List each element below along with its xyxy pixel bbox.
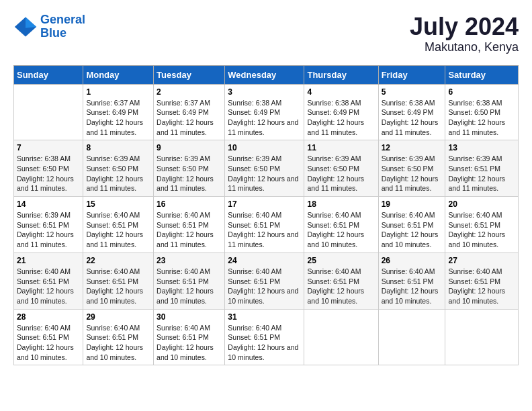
calendar-table: Sunday Monday Tuesday Wednesday Thursday… bbox=[13, 65, 519, 366]
day-info: Sunrise: 6:40 AMSunset: 6:51 PMDaylight:… bbox=[157, 210, 222, 250]
table-row bbox=[304, 309, 378, 365]
day-number: 23 bbox=[157, 256, 222, 265]
logo: General Blue bbox=[13, 13, 85, 40]
table-row: 2 Sunrise: 6:37 AMSunset: 6:49 PMDayligh… bbox=[154, 84, 225, 140]
day-info: Sunrise: 6:38 AMSunset: 6:49 PMDaylight:… bbox=[382, 98, 443, 138]
calendar-week-row: 28 Sunrise: 6:40 AMSunset: 6:51 PMDaylig… bbox=[14, 309, 519, 365]
table-row: 26 Sunrise: 6:40 AMSunset: 6:51 PMDaylig… bbox=[378, 253, 445, 309]
calendar-header-row: Sunday Monday Tuesday Wednesday Thursday… bbox=[14, 65, 519, 84]
logo-text: General Blue bbox=[40, 13, 85, 40]
table-row: 8 Sunrise: 6:39 AMSunset: 6:50 PMDayligh… bbox=[83, 140, 154, 197]
day-number: 26 bbox=[382, 256, 443, 265]
svg-marker-1 bbox=[26, 17, 36, 28]
day-number: 2 bbox=[157, 87, 222, 97]
day-number: 6 bbox=[448, 87, 515, 97]
day-info: Sunrise: 6:38 AMSunset: 6:50 PMDaylight:… bbox=[17, 154, 80, 193]
table-row: 28 Sunrise: 6:40 AMSunset: 6:51 PMDaylig… bbox=[14, 309, 83, 365]
calendar-week-row: 14 Sunrise: 6:39 AMSunset: 6:51 PMDaylig… bbox=[14, 197, 519, 253]
table-row: 7 Sunrise: 6:38 AMSunset: 6:50 PMDayligh… bbox=[14, 140, 83, 197]
day-info: Sunrise: 6:40 AMSunset: 6:51 PMDaylight:… bbox=[307, 210, 375, 250]
table-row: 16 Sunrise: 6:40 AMSunset: 6:51 PMDaylig… bbox=[154, 197, 225, 253]
col-saturday: Saturday bbox=[445, 65, 519, 84]
page-header: General Blue July 2024 Makutano, Kenya bbox=[13, 13, 519, 54]
table-row bbox=[14, 84, 83, 140]
day-info: Sunrise: 6:39 AMSunset: 6:50 PMDaylight:… bbox=[228, 154, 301, 193]
table-row: 9 Sunrise: 6:39 AMSunset: 6:50 PMDayligh… bbox=[154, 140, 225, 197]
day-number: 9 bbox=[157, 143, 222, 152]
col-tuesday: Tuesday bbox=[154, 65, 225, 84]
title-block: July 2024 Makutano, Kenya bbox=[410, 13, 519, 54]
day-number: 30 bbox=[157, 312, 222, 322]
day-number: 12 bbox=[382, 143, 443, 152]
table-row: 19 Sunrise: 6:40 AMSunset: 6:51 PMDaylig… bbox=[378, 197, 445, 253]
day-number: 21 bbox=[17, 256, 80, 265]
day-number: 15 bbox=[86, 199, 150, 209]
day-info: Sunrise: 6:40 AMSunset: 6:51 PMDaylight:… bbox=[86, 323, 150, 363]
day-info: Sunrise: 6:40 AMSunset: 6:51 PMDaylight:… bbox=[448, 267, 515, 306]
day-info: Sunrise: 6:40 AMSunset: 6:51 PMDaylight:… bbox=[17, 267, 80, 306]
day-info: Sunrise: 6:40 AMSunset: 6:51 PMDaylight:… bbox=[157, 267, 222, 306]
table-row bbox=[445, 309, 519, 365]
day-info: Sunrise: 6:40 AMSunset: 6:51 PMDaylight:… bbox=[228, 210, 301, 250]
day-info: Sunrise: 6:38 AMSunset: 6:50 PMDaylight:… bbox=[448, 98, 515, 138]
table-row: 25 Sunrise: 6:40 AMSunset: 6:51 PMDaylig… bbox=[304, 253, 378, 309]
day-info: Sunrise: 6:40 AMSunset: 6:51 PMDaylight:… bbox=[86, 267, 150, 306]
day-number: 22 bbox=[86, 256, 150, 265]
day-number: 20 bbox=[448, 199, 515, 209]
day-number: 17 bbox=[228, 199, 301, 209]
col-friday: Friday bbox=[378, 65, 445, 84]
day-info: Sunrise: 6:40 AMSunset: 6:51 PMDaylight:… bbox=[382, 267, 443, 306]
day-number: 31 bbox=[228, 312, 301, 322]
day-number: 19 bbox=[382, 199, 443, 209]
day-info: Sunrise: 6:37 AMSunset: 6:49 PMDaylight:… bbox=[157, 98, 222, 138]
day-number: 29 bbox=[86, 312, 150, 322]
table-row bbox=[378, 309, 445, 365]
day-number: 3 bbox=[228, 87, 301, 97]
day-number: 14 bbox=[17, 199, 80, 209]
day-info: Sunrise: 6:40 AMSunset: 6:51 PMDaylight:… bbox=[307, 267, 375, 306]
col-monday: Monday bbox=[83, 65, 154, 84]
table-row: 14 Sunrise: 6:39 AMSunset: 6:51 PMDaylig… bbox=[14, 197, 83, 253]
table-row: 29 Sunrise: 6:40 AMSunset: 6:51 PMDaylig… bbox=[83, 309, 154, 365]
table-row: 17 Sunrise: 6:40 AMSunset: 6:51 PMDaylig… bbox=[225, 197, 304, 253]
table-row: 21 Sunrise: 6:40 AMSunset: 6:51 PMDaylig… bbox=[14, 253, 83, 309]
day-number: 5 bbox=[382, 87, 443, 97]
table-row: 31 Sunrise: 6:40 AMSunset: 6:51 PMDaylig… bbox=[225, 309, 304, 365]
page-title: July 2024 bbox=[410, 13, 519, 40]
day-info: Sunrise: 6:38 AMSunset: 6:49 PMDaylight:… bbox=[307, 98, 375, 138]
day-number: 10 bbox=[228, 143, 301, 152]
day-number: 16 bbox=[157, 199, 222, 209]
table-row: 3 Sunrise: 6:38 AMSunset: 6:49 PMDayligh… bbox=[225, 84, 304, 140]
day-number: 18 bbox=[307, 199, 375, 209]
col-wednesday: Wednesday bbox=[225, 65, 304, 84]
calendar-week-row: 21 Sunrise: 6:40 AMSunset: 6:51 PMDaylig… bbox=[14, 253, 519, 309]
table-row: 30 Sunrise: 6:40 AMSunset: 6:51 PMDaylig… bbox=[154, 309, 225, 365]
col-sunday: Sunday bbox=[14, 65, 83, 84]
day-info: Sunrise: 6:39 AMSunset: 6:50 PMDaylight:… bbox=[86, 154, 150, 193]
table-row: 24 Sunrise: 6:40 AMSunset: 6:51 PMDaylig… bbox=[225, 253, 304, 309]
day-info: Sunrise: 6:40 AMSunset: 6:51 PMDaylight:… bbox=[86, 210, 150, 250]
table-row: 27 Sunrise: 6:40 AMSunset: 6:51 PMDaylig… bbox=[445, 253, 519, 309]
day-info: Sunrise: 6:40 AMSunset: 6:51 PMDaylight:… bbox=[228, 267, 301, 306]
day-number: 11 bbox=[307, 143, 375, 152]
day-number: 7 bbox=[17, 143, 80, 152]
table-row: 1 Sunrise: 6:37 AMSunset: 6:49 PMDayligh… bbox=[83, 84, 154, 140]
table-row: 10 Sunrise: 6:39 AMSunset: 6:50 PMDaylig… bbox=[225, 140, 304, 197]
table-row: 23 Sunrise: 6:40 AMSunset: 6:51 PMDaylig… bbox=[154, 253, 225, 309]
table-row: 12 Sunrise: 6:39 AMSunset: 6:50 PMDaylig… bbox=[378, 140, 445, 197]
table-row: 18 Sunrise: 6:40 AMSunset: 6:51 PMDaylig… bbox=[304, 197, 378, 253]
table-row: 6 Sunrise: 6:38 AMSunset: 6:50 PMDayligh… bbox=[445, 84, 519, 140]
day-info: Sunrise: 6:37 AMSunset: 6:49 PMDaylight:… bbox=[86, 98, 150, 138]
table-row: 15 Sunrise: 6:40 AMSunset: 6:51 PMDaylig… bbox=[83, 197, 154, 253]
day-number: 13 bbox=[448, 143, 515, 152]
day-number: 25 bbox=[307, 256, 375, 265]
page-subtitle: Makutano, Kenya bbox=[410, 40, 519, 54]
day-number: 28 bbox=[17, 312, 80, 322]
calendar-week-row: 1 Sunrise: 6:37 AMSunset: 6:49 PMDayligh… bbox=[14, 84, 519, 140]
day-number: 4 bbox=[307, 87, 375, 97]
day-info: Sunrise: 6:39 AMSunset: 6:50 PMDaylight:… bbox=[307, 154, 375, 193]
day-info: Sunrise: 6:40 AMSunset: 6:51 PMDaylight:… bbox=[382, 210, 443, 250]
day-info: Sunrise: 6:39 AMSunset: 6:50 PMDaylight:… bbox=[382, 154, 443, 193]
day-info: Sunrise: 6:39 AMSunset: 6:51 PMDaylight:… bbox=[448, 154, 515, 193]
day-number: 1 bbox=[86, 87, 150, 97]
